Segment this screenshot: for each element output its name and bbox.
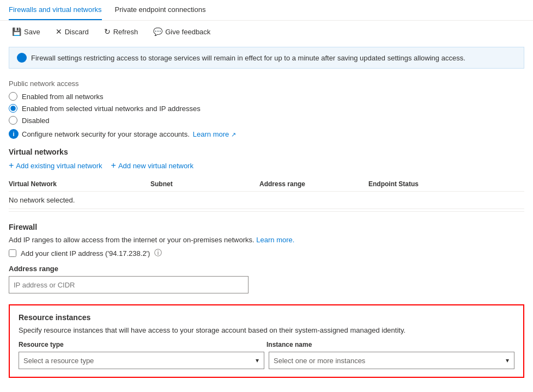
feedback-button[interactable]: 💬 Give feedback bbox=[150, 25, 214, 38]
firewall-heading: Firewall bbox=[9, 223, 524, 231]
address-range-label: Address range bbox=[9, 265, 524, 273]
info-bar: i Firewall settings restricting access t… bbox=[9, 47, 524, 69]
plus-icon-existing: + bbox=[9, 161, 14, 170]
config-info-icon: i bbox=[9, 129, 19, 139]
firewall-learn-more-link[interactable]: Learn more. bbox=[256, 236, 294, 244]
col-address-range: Address range bbox=[259, 180, 368, 188]
resource-table-header: Resource type Instance name bbox=[19, 341, 514, 348]
virtual-networks-heading: Virtual networks bbox=[9, 148, 524, 156]
radio-selected-networks[interactable]: Enabled from selected virtual networks a… bbox=[9, 104, 524, 113]
col-instance-name: Instance name bbox=[266, 341, 514, 348]
radio-selected-networks-input[interactable] bbox=[9, 104, 17, 113]
col-subnet: Subnet bbox=[150, 180, 259, 188]
help-icon[interactable]: ⓘ bbox=[154, 248, 162, 258]
external-link-icon: ↗ bbox=[231, 131, 236, 138]
radio-all-networks-input[interactable] bbox=[9, 92, 17, 101]
resource-instances-section: Resource instances Specify resource inst… bbox=[9, 304, 524, 378]
resource-dropdowns: Select a resource type ▾ Select one or m… bbox=[19, 352, 514, 369]
info-icon: i bbox=[17, 53, 27, 63]
refresh-button[interactable]: ↻ Refresh bbox=[101, 25, 142, 38]
save-button[interactable]: 💾 Save bbox=[9, 25, 44, 38]
resource-instances-description: Specify resource instances that will hav… bbox=[19, 326, 514, 334]
feedback-icon: 💬 bbox=[153, 27, 162, 36]
resource-instances-heading: Resource instances bbox=[19, 313, 514, 322]
firewall-description: Add IP ranges to allow access from the i… bbox=[9, 236, 524, 244]
client-ip-checkbox[interactable] bbox=[9, 249, 16, 257]
radio-all-networks[interactable]: Enabled from all networks bbox=[9, 92, 524, 101]
virtual-networks-table-header: Virtual Network Subnet Address range End… bbox=[9, 177, 524, 192]
section-divider-1 bbox=[9, 211, 524, 212]
plus-icon-new: + bbox=[111, 161, 116, 170]
address-range-input[interactable] bbox=[9, 276, 249, 293]
col-endpoint-status: Endpoint Status bbox=[368, 180, 524, 188]
public-network-access-title: Public network access bbox=[9, 79, 524, 88]
learn-more-link[interactable]: Learn more ↗ bbox=[193, 130, 236, 138]
tab-firewalls[interactable]: Firewalls and virtual networks bbox=[9, 0, 102, 20]
table-row-empty: No network selected. bbox=[9, 192, 524, 209]
col-virtual-network: Virtual Network bbox=[9, 180, 150, 188]
main-content: Public network access Enabled from all n… bbox=[0, 73, 533, 384]
toolbar: 💾 Save ✕ Discard ↻ Refresh 💬 Give feedba… bbox=[0, 21, 533, 42]
discard-icon: ✕ bbox=[56, 27, 62, 36]
config-note: i Configure network security for your st… bbox=[9, 129, 524, 139]
add-existing-network-button[interactable]: + Add existing virtual network bbox=[9, 161, 102, 170]
virtual-networks-section: Virtual networks + Add existing virtual … bbox=[9, 148, 524, 209]
network-access-options: Enabled from all networks Enabled from s… bbox=[9, 92, 524, 125]
tab-bar: Firewalls and virtual networks Private e… bbox=[0, 0, 533, 21]
instance-name-dropdown-wrap: Select one or more instances ▾ bbox=[269, 352, 514, 369]
instance-name-dropdown[interactable]: Select one or more instances bbox=[269, 352, 514, 369]
col-resource-type: Resource type bbox=[19, 341, 266, 348]
radio-disabled[interactable]: Disabled bbox=[9, 116, 524, 125]
resource-type-dropdown[interactable]: Select a resource type bbox=[19, 352, 264, 369]
firewall-section: Firewall Add IP ranges to allow access f… bbox=[9, 223, 524, 293]
save-icon: 💾 bbox=[12, 27, 21, 36]
client-ip-checkbox-item: Add your client IP address ('94.17.238.2… bbox=[9, 248, 524, 258]
resource-type-dropdown-wrap: Select a resource type ▾ bbox=[19, 352, 264, 369]
refresh-icon: ↻ bbox=[104, 27, 111, 36]
discard-button[interactable]: ✕ Discard bbox=[52, 25, 92, 38]
empty-message: No network selected. bbox=[9, 196, 150, 204]
virtual-networks-actions: + Add existing virtual network + Add new… bbox=[9, 161, 524, 170]
public-network-access-section: Public network access Enabled from all n… bbox=[9, 79, 524, 139]
tab-endpoints[interactable]: Private endpoint connections bbox=[115, 0, 206, 20]
add-new-network-button[interactable]: + Add new virtual network bbox=[111, 161, 193, 170]
radio-disabled-input[interactable] bbox=[9, 116, 17, 125]
